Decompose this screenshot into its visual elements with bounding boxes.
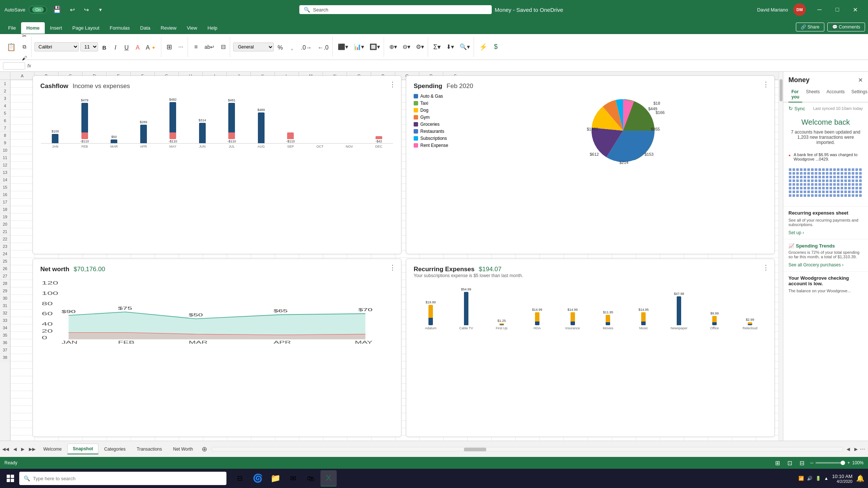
conditional-format-button[interactable]: ⬛▾ bbox=[336, 42, 350, 52]
add-sheet-button[interactable]: ⊕ bbox=[199, 444, 210, 455]
share-button[interactable]: 🔗 Share bbox=[796, 23, 824, 31]
font-select[interactable]: Calibri bbox=[34, 42, 79, 51]
copy-button[interactable]: ⧉ bbox=[19, 42, 30, 52]
tab-insert[interactable]: Insert bbox=[45, 22, 67, 34]
hscroll-right-button[interactable]: ▶ bbox=[852, 445, 860, 453]
start-button[interactable] bbox=[4, 472, 17, 485]
redo-button[interactable]: ↪ bbox=[81, 4, 91, 15]
tab-help[interactable]: Help bbox=[202, 22, 223, 34]
more-button[interactable]: ··· bbox=[176, 42, 186, 52]
maximize-button[interactable]: □ bbox=[829, 4, 846, 16]
font-size-select[interactable]: 11 bbox=[80, 42, 98, 51]
file-explorer-icon[interactable]: 📁 bbox=[267, 470, 283, 487]
table-format-button[interactable]: 📊▾ bbox=[351, 42, 366, 52]
wrap-button[interactable]: ab↵ bbox=[202, 42, 217, 52]
hscroll-thumb[interactable] bbox=[464, 448, 486, 451]
zoom-minus-icon[interactable]: ─ bbox=[810, 460, 814, 465]
percent-button[interactable]: % bbox=[275, 43, 285, 53]
merge-button[interactable]: ⊟ bbox=[218, 42, 228, 52]
sheet-tab-categories[interactable]: Categories bbox=[98, 444, 131, 454]
hscroll-left-button[interactable]: ◀ bbox=[844, 445, 852, 453]
cell-styles-button[interactable]: 🔲▾ bbox=[367, 42, 382, 52]
fill-button[interactable]: ⬇▾ bbox=[444, 42, 456, 52]
recurring-menu-button[interactable]: ⋮ bbox=[763, 264, 769, 271]
borders-button[interactable]: ⊞ bbox=[164, 42, 175, 52]
comma-button[interactable]: , bbox=[287, 43, 297, 53]
undo-button[interactable]: ↩ bbox=[67, 4, 77, 15]
mail-icon[interactable]: ✉ bbox=[285, 470, 301, 487]
normal-view-button[interactable]: ⊞ bbox=[774, 459, 781, 467]
panel-tab-accounts[interactable]: Accounts bbox=[824, 87, 848, 102]
zoom-plus-icon[interactable]: + bbox=[847, 460, 850, 465]
panel-tab-foryou[interactable]: For you bbox=[788, 87, 802, 102]
decrease-decimal-button[interactable]: ←.0 bbox=[316, 43, 331, 53]
legend-auto-gas: Auto & Gas bbox=[414, 94, 473, 99]
save-button[interactable]: 💾 bbox=[51, 4, 63, 15]
tab-formulas[interactable]: Formulas bbox=[105, 22, 135, 34]
vertical-scrollbar[interactable] bbox=[778, 72, 783, 441]
font-color-button[interactable]: A bbox=[132, 43, 143, 53]
format-dropdown[interactable]: General bbox=[233, 43, 274, 51]
money-button[interactable]: $ bbox=[491, 42, 501, 52]
taskview-button[interactable]: ⊟ bbox=[232, 470, 248, 487]
insert-cells-button[interactable]: ⊕▾ bbox=[387, 42, 399, 52]
sheet-tab-networth[interactable]: Net Worth bbox=[168, 444, 199, 454]
close-button[interactable]: ✕ bbox=[847, 4, 864, 16]
panel-tab-sheets[interactable]: Sheets bbox=[803, 87, 822, 102]
notification-bell-icon[interactable]: 🔔 bbox=[856, 474, 864, 482]
sheet-nav-next-button[interactable]: ▶ bbox=[19, 445, 27, 453]
find-button[interactable]: 🔍▾ bbox=[457, 42, 472, 52]
sheet-nav-prev-button[interactable]: ◀ bbox=[11, 445, 19, 453]
panel-close-button[interactable]: ✕ bbox=[858, 77, 863, 84]
delete-cells-button[interactable]: ⊖▾ bbox=[400, 42, 413, 52]
excel-icon[interactable]: X bbox=[320, 470, 337, 487]
tab-review[interactable]: Review bbox=[155, 22, 182, 34]
scrollbar-thumb[interactable] bbox=[780, 79, 783, 101]
sheet-nav-left-button[interactable]: ◀◀ bbox=[0, 445, 11, 453]
cut-button[interactable]: ✂ bbox=[19, 31, 30, 41]
bold-button[interactable]: B bbox=[99, 43, 110, 53]
store-icon[interactable]: 🛍 bbox=[303, 470, 319, 487]
networth-menu-button[interactable]: ⋮ bbox=[389, 264, 396, 271]
setup-link[interactable]: Set up › bbox=[788, 230, 804, 235]
customize-button[interactable]: ▾ bbox=[95, 4, 105, 15]
align-button[interactable]: ≡ bbox=[191, 42, 201, 52]
format-painter-button[interactable]: 🖌 bbox=[19, 53, 30, 63]
sheet-nav-right-button[interactable]: ▶▶ bbox=[27, 445, 38, 453]
sheet-options-button[interactable]: ⋯ bbox=[860, 446, 865, 452]
sheet-tab-transactions[interactable]: Transactions bbox=[131, 444, 168, 454]
spending-menu-button[interactable]: ⋮ bbox=[763, 81, 769, 88]
taskbar-search[interactable]: 🔍 Type here to search bbox=[19, 472, 226, 485]
cell-reference-input[interactable] bbox=[3, 62, 25, 70]
notification-area-icon[interactable]: ▲ bbox=[824, 476, 828, 481]
fill-color-button[interactable]: A🔸 bbox=[144, 43, 159, 53]
page-break-view-button[interactable]: ⊟ bbox=[798, 459, 806, 467]
autosave-toggle[interactable]: On bbox=[29, 6, 47, 13]
panel-header: Money ✕ bbox=[783, 72, 868, 84]
networth-title: Net worth bbox=[40, 266, 69, 273]
ideas-button[interactable]: ⚡ bbox=[477, 42, 489, 52]
panel-tab-settings[interactable]: Settings bbox=[848, 87, 868, 102]
increase-decimal-button[interactable]: .0→ bbox=[299, 43, 314, 53]
italic-button[interactable]: I bbox=[110, 43, 121, 53]
page-layout-view-button[interactable]: ⊡ bbox=[786, 459, 794, 467]
format-cells-button[interactable]: ⚙▾ bbox=[414, 42, 426, 52]
horizontal-scrollbar[interactable] bbox=[212, 447, 843, 451]
minimize-button[interactable]: ─ bbox=[811, 4, 828, 16]
tab-view[interactable]: View bbox=[182, 22, 202, 34]
comments-button[interactable]: 💬 Comments bbox=[827, 23, 865, 31]
tab-file[interactable]: File bbox=[3, 22, 21, 34]
zoom-track[interactable] bbox=[815, 462, 845, 464]
sheet-tab-welcome[interactable]: Welcome bbox=[38, 444, 67, 454]
edge-browser-icon[interactable]: 🌀 bbox=[249, 470, 266, 487]
cashflow-menu-button[interactable]: ⋮ bbox=[389, 81, 396, 88]
tab-data[interactable]: Data bbox=[135, 22, 155, 34]
underline-button[interactable]: U bbox=[121, 43, 132, 53]
search-box[interactable]: 🔍 Search bbox=[299, 5, 492, 14]
grocery-link[interactable]: See all Grocery purchases › bbox=[788, 262, 844, 267]
tab-page-layout[interactable]: Page Layout bbox=[67, 22, 105, 34]
zoom-thumb[interactable] bbox=[841, 461, 845, 465]
paste-button[interactable]: 📋 bbox=[4, 42, 18, 52]
sheet-tab-snapshot[interactable]: Snapshot bbox=[67, 444, 99, 454]
sum-button[interactable]: Σ▾ bbox=[431, 42, 443, 52]
